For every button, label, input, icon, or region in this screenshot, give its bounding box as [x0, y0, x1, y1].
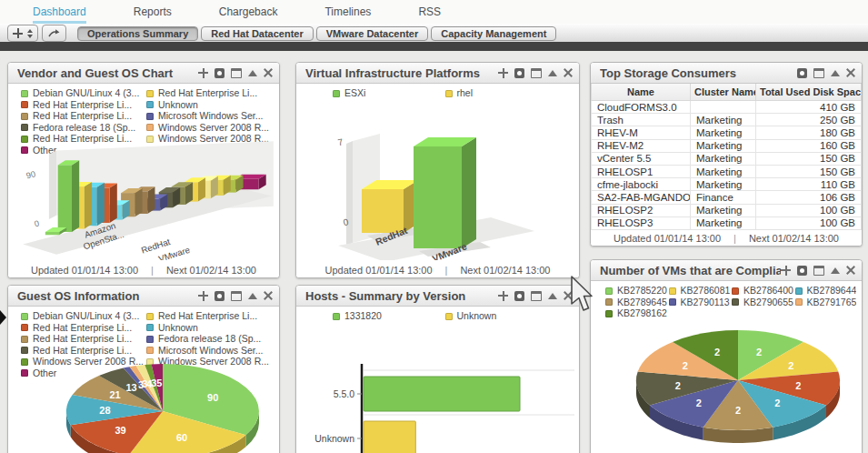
- table-row[interactable]: TrashMarketing250 GB: [592, 114, 862, 126]
- pie-slice-label: 2: [756, 347, 762, 357]
- widget-title: Number of VMs that are Compliance to Sev: [600, 264, 781, 277]
- collapse-icon[interactable]: [831, 267, 840, 274]
- bar[interactable]: [414, 146, 462, 248]
- maximize-icon[interactable]: [813, 266, 824, 276]
- zoom-icon[interactable]: [215, 68, 224, 78]
- table-cell: Marketing: [691, 114, 756, 126]
- pie-slice-label: 2: [696, 398, 702, 408]
- plus-icon[interactable]: [198, 68, 208, 78]
- legend-swatch-icon: [795, 287, 803, 295]
- legend-swatch-icon: [333, 313, 340, 320]
- widget-titlebar[interactable]: Hosts - Summary by Version: [296, 286, 579, 307]
- table-row[interactable]: RHELOSP3Marketing100 GB: [592, 216, 862, 229]
- vendor-os-3d-bar-chart[interactable]: 900AmazonOpenSta...RedHatVMware: [8, 139, 279, 260]
- table-cell: 160 GB: [756, 139, 862, 152]
- widget-footer: Updated 01/01/14 13:00 | Next 01/02/14 1…: [591, 229, 862, 246]
- close-icon[interactable]: [564, 291, 573, 300]
- maximize-icon[interactable]: [231, 68, 242, 78]
- close-icon[interactable]: [846, 266, 855, 275]
- table-cell: 110 GB: [756, 178, 862, 191]
- table-cell: Trash: [592, 114, 691, 126]
- nav-item-timelines[interactable]: Timelines: [324, 0, 371, 24]
- zoom-icon[interactable]: [797, 266, 807, 276]
- close-icon[interactable]: [564, 68, 573, 77]
- table-header-cell[interactable]: Name: [592, 84, 691, 101]
- table-row[interactable]: RHEV-M2Marketing160 GB: [592, 139, 862, 152]
- reset-dashboard-button[interactable]: [42, 25, 66, 42]
- bar[interactable]: [362, 189, 404, 233]
- close-icon[interactable]: [846, 68, 855, 77]
- table-row[interactable]: CloudFORMS3.0410 GB: [592, 101, 862, 114]
- tab-red-hat-datacenter[interactable]: Red Hat Datacenter: [201, 26, 313, 41]
- add-widget-button[interactable]: [7, 25, 38, 42]
- collapse-icon[interactable]: [248, 293, 257, 299]
- legend-label: Red Hat Enterprise Li...: [33, 111, 132, 122]
- collapse-icon[interactable]: [548, 70, 557, 76]
- table-cell: Marketing: [691, 204, 756, 216]
- close-icon[interactable]: [264, 291, 273, 300]
- table-row[interactable]: RHELOSP1Marketing150 GB: [592, 165, 862, 177]
- legend-label: Unknown: [457, 311, 497, 322]
- legend-label: Microsoft Windows Ser...: [158, 111, 264, 122]
- bar[interactable]: [364, 377, 520, 411]
- zoom-icon[interactable]: [514, 291, 524, 301]
- nav-item-reports[interactable]: Reports: [134, 0, 172, 24]
- legend-item: Fedora release 18 (Sp...: [21, 123, 146, 134]
- legend-item: Red Hat Enterprise Li...: [21, 346, 146, 357]
- tab-vmware-datacenter[interactable]: VMware Datacenter: [316, 26, 429, 41]
- hosts-horizontal-bar-chart[interactable]: 5.5.0Unknown: [296, 358, 579, 453]
- chart-legend: KB2785220KB2786081KB2786400KB2789644KB27…: [591, 281, 862, 321]
- plus-icon[interactable]: [198, 291, 208, 301]
- table-cell: RHELOSP2: [592, 204, 691, 216]
- pie-slice-label: 90: [207, 392, 218, 403]
- plus-icon[interactable]: [781, 266, 791, 276]
- table-row[interactable]: vCenter 5.5Marketing150 GB: [592, 152, 862, 165]
- collapse-icon[interactable]: [248, 70, 257, 76]
- widget-top-storage-consumers: Top Storage Consumers NameCluster NameTo…: [590, 62, 863, 247]
- widget-titlebar[interactable]: Top Storage Consumers: [591, 63, 862, 84]
- widget-titlebar[interactable]: Number of VMs that are Compliance to Sev: [591, 260, 862, 281]
- zoom-icon[interactable]: [215, 291, 224, 301]
- updated-timestamp: Updated 01/01/14 13:00: [31, 265, 138, 276]
- table-cell: 100 GB: [756, 216, 862, 229]
- maximize-icon[interactable]: [813, 68, 824, 78]
- legend-item: Unknown: [146, 100, 272, 111]
- guest-os-3d-pie-chart[interactable]: 90603928211333435: [8, 358, 279, 453]
- widget-titlebar[interactable]: Guest OS Information: [8, 286, 279, 307]
- close-icon[interactable]: [264, 68, 273, 77]
- table-header-cell[interactable]: Total Used Disk Space: [756, 84, 862, 101]
- legend-swatch-icon: [21, 124, 28, 131]
- zoom-icon[interactable]: [797, 68, 807, 78]
- pie-slice-label: 28: [99, 405, 110, 416]
- maximize-icon[interactable]: [231, 291, 242, 301]
- table-row[interactable]: cfme-jlabockiMarketing110 GB: [592, 178, 862, 191]
- plus-icon[interactable]: [498, 291, 508, 301]
- nav-item-chargeback[interactable]: Chargeback: [219, 0, 278, 24]
- nav-item-rss[interactable]: RSS: [418, 0, 441, 24]
- zoom-icon[interactable]: [514, 68, 524, 78]
- table-cell: RHEV-M: [592, 126, 691, 139]
- nav-item-dashboard[interactable]: Dashboard: [33, 0, 86, 24]
- bar[interactable]: [364, 421, 415, 453]
- legend-label: Unknown: [158, 323, 198, 334]
- bar[interactable]: [58, 165, 72, 231]
- widget-titlebar[interactable]: Vendor and Guest OS Chart: [8, 63, 279, 84]
- bar[interactable]: [45, 232, 59, 235]
- maximize-icon[interactable]: [531, 291, 542, 301]
- platforms-3d-column-chart[interactable]: 70RedHatVMware: [296, 101, 579, 260]
- compliance-3d-pie-chart[interactable]: 222222222: [591, 324, 862, 453]
- table-row[interactable]: RHELOSP2Marketing100 GB: [592, 204, 862, 216]
- legend-label: Red Hat Enterprise Li...: [33, 334, 132, 345]
- widget-titlebar[interactable]: Virtual Infrastructure Platforms: [296, 63, 579, 84]
- tab-operations-summary[interactable]: Operations Summary: [77, 26, 198, 41]
- table-header-cell[interactable]: Cluster Name: [691, 84, 756, 101]
- tab-capacity-management[interactable]: Capacity Management: [431, 26, 556, 41]
- maximize-icon[interactable]: [531, 68, 542, 78]
- table-row[interactable]: RHEV-MMarketing180 GB: [592, 126, 862, 139]
- legend-swatch-icon: [605, 298, 613, 306]
- collapse-icon[interactable]: [548, 293, 557, 299]
- table-row[interactable]: SA2-FAB-MGANDOLFFinance106 GB: [592, 191, 862, 204]
- collapse-icon[interactable]: [831, 70, 840, 76]
- plus-icon[interactable]: [498, 68, 508, 78]
- legend-item: Fedora release 18 (Sp...: [146, 334, 272, 345]
